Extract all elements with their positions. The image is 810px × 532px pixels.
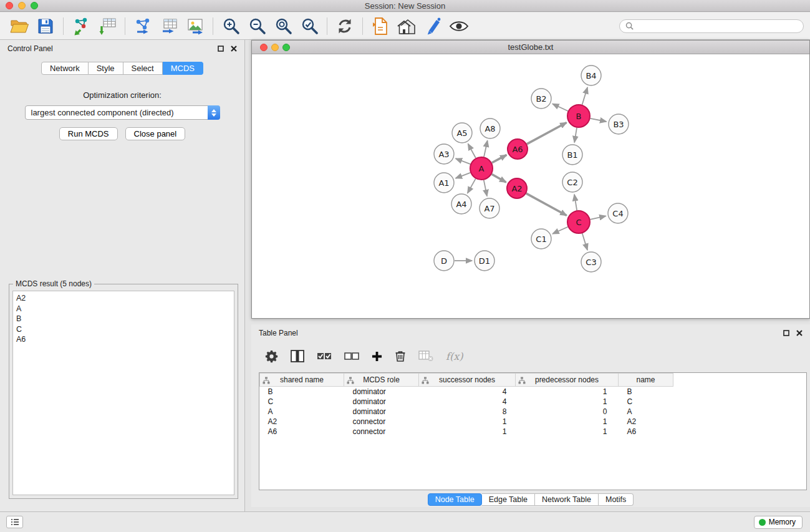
tab-network-table[interactable]: Network Table (535, 493, 599, 506)
graph-node-B2[interactable]: B2 (531, 89, 551, 109)
tab-motifs[interactable]: Motifs (599, 493, 634, 506)
graph-node-C1[interactable]: C1 (531, 229, 551, 249)
graph-edge-B-B3[interactable] (591, 118, 607, 122)
deselect-all-button[interactable] (344, 351, 359, 361)
graph-edge-A-A1[interactable] (456, 173, 471, 178)
select-all-button[interactable] (317, 351, 332, 361)
optimization-criterion-select[interactable]: largest connected component (directed) (25, 105, 220, 120)
mcds-result-item[interactable]: A (16, 304, 231, 314)
graph-edge-A-A3[interactable] (456, 158, 471, 164)
mcds-result-item[interactable]: A2 (16, 293, 231, 304)
graph-edge-B-B1[interactable] (574, 128, 577, 143)
graph-edge-A-A8[interactable] (484, 141, 488, 157)
tab-node-table[interactable]: Node Table (428, 493, 482, 506)
graph-node-A[interactable]: A (470, 157, 493, 180)
add-column-button[interactable] (372, 351, 382, 362)
minimize-window-button[interactable] (18, 2, 26, 9)
export-image-button[interactable] (182, 14, 208, 38)
graph-node-B3[interactable]: B3 (609, 114, 629, 134)
graph-edge-A2-C[interactable] (526, 193, 567, 215)
close-table-panel-button[interactable] (796, 330, 803, 336)
tab-style[interactable]: Style (89, 62, 123, 75)
column-header-mcds-role[interactable]: MCDS role (344, 374, 419, 387)
import-table-button[interactable] (94, 14, 120, 38)
graph-edge-A-A7[interactable] (484, 180, 487, 196)
graph-edge-A-A5[interactable] (468, 144, 476, 158)
network-canvas[interactable]: B4B2BB3A8A5A6A3B1AC2A1A2A4A7C4CC1DD1C3 (252, 54, 809, 318)
graph-node-A2[interactable]: A2 (507, 178, 527, 198)
graph-edge-C-C1[interactable] (552, 227, 568, 234)
graph-edge-C-C4[interactable] (591, 216, 606, 220)
close-window-button[interactable] (6, 2, 13, 9)
new-table-button[interactable] (156, 14, 182, 38)
close-panel-action-button[interactable]: Close panel (125, 127, 186, 140)
network-window-titlebar[interactable]: testGlobe.txt (252, 41, 809, 54)
graph-edge-C-C3[interactable] (582, 233, 587, 250)
float-table-panel-button[interactable] (783, 330, 789, 336)
tab-edge-table[interactable]: Edge Table (482, 493, 535, 506)
close-panel-button[interactable] (231, 46, 237, 52)
save-session-button[interactable] (32, 14, 59, 38)
mcds-result-item[interactable]: B (16, 314, 231, 324)
table-settings-button[interactable] (265, 350, 278, 363)
graph-node-A6[interactable]: A6 (508, 139, 528, 159)
graph-node-C3[interactable]: C3 (581, 252, 601, 272)
minimize-network-window-button[interactable] (271, 44, 279, 51)
table-row[interactable]: A2connector11A2 (260, 417, 673, 427)
tab-mcds[interactable]: MCDS (163, 62, 203, 75)
zoom-selected-button[interactable] (296, 14, 322, 38)
tab-select[interactable]: Select (123, 62, 163, 75)
graph-edge-B-B4[interactable] (582, 87, 588, 105)
table-row[interactable]: A6connector11A6 (260, 427, 673, 437)
search-input[interactable] (637, 22, 798, 31)
column-header-successor-nodes[interactable]: successor nodes (419, 374, 516, 387)
zoom-in-button[interactable] (218, 14, 244, 38)
task-history-button[interactable] (6, 516, 23, 528)
graph-edge-A-A6[interactable] (492, 155, 507, 163)
column-header-name[interactable]: name (619, 374, 673, 387)
graph-edge-A6-B[interactable] (527, 123, 567, 144)
table-row[interactable]: Adominator80A (260, 407, 673, 417)
graph-node-A1[interactable]: A1 (434, 173, 454, 193)
zoom-network-window-button[interactable] (282, 44, 290, 51)
graph-node-D1[interactable]: D1 (475, 251, 494, 271)
function-builder-button[interactable]: f(x) (446, 351, 463, 362)
annotation-button[interactable] (420, 14, 446, 38)
table-row[interactable]: Cdominator41C (260, 397, 673, 407)
run-mcds-button[interactable]: Run MCDS (59, 127, 118, 140)
search-box[interactable] (619, 19, 804, 33)
graph-node-C2[interactable]: C2 (562, 172, 582, 192)
import-network-button[interactable] (68, 14, 94, 38)
memory-button[interactable]: Memory (754, 516, 803, 529)
close-network-window-button[interactable] (260, 44, 268, 51)
show-columns-button[interactable] (291, 350, 304, 362)
export-document-button[interactable] (367, 14, 393, 38)
graph-node-A3[interactable]: A3 (434, 144, 454, 164)
float-panel-button[interactable] (218, 46, 224, 52)
zoom-fit-button[interactable] (270, 14, 296, 38)
graph-node-A5[interactable]: A5 (452, 123, 472, 143)
tab-network[interactable]: Network (41, 62, 89, 75)
graph-node-C[interactable]: C (567, 211, 590, 233)
zoom-window-button[interactable] (31, 2, 38, 9)
graph-node-D[interactable]: D (434, 251, 454, 271)
column-header-shared-name[interactable]: shared name (260, 374, 344, 387)
column-header-predecessor-nodes[interactable]: predecessor nodes (516, 374, 619, 387)
mcds-result-item[interactable]: C (16, 324, 231, 335)
mcds-result-item[interactable]: A6 (16, 334, 231, 345)
graph-edge-B-B2[interactable] (552, 104, 568, 112)
graph-node-C4[interactable]: C4 (608, 203, 628, 223)
apply-layout-button[interactable] (332, 14, 358, 38)
open-session-button[interactable] (6, 14, 32, 38)
home-button[interactable] (393, 14, 420, 38)
graph-edge-A-A4[interactable] (468, 179, 476, 193)
graph-node-A7[interactable]: A7 (480, 198, 499, 218)
graph-edge-C-C2[interactable] (574, 195, 577, 210)
delete-table-button[interactable] (418, 351, 433, 362)
show-hide-button[interactable] (446, 14, 472, 38)
zoom-out-button[interactable] (244, 14, 270, 38)
table-row[interactable]: Bdominator41B (260, 387, 673, 397)
graph-node-A4[interactable]: A4 (451, 194, 471, 214)
graph-node-B4[interactable]: B4 (581, 65, 601, 85)
graph-node-B[interactable]: B (567, 105, 590, 127)
